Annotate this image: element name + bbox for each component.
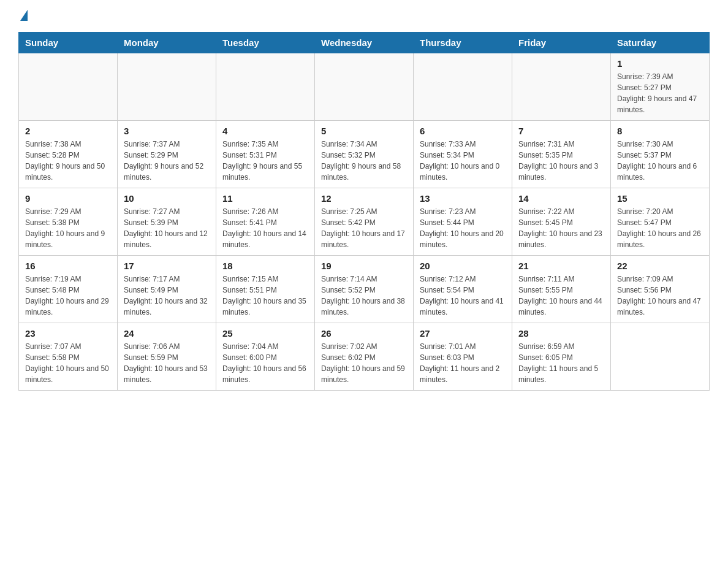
day-info: Sunrise: 7:37 AMSunset: 5:29 PMDaylight:…	[124, 139, 210, 183]
day-number: 14	[518, 193, 604, 204]
day-number: 21	[518, 261, 604, 271]
day-info: Sunrise: 7:14 AMSunset: 5:52 PMDaylight:…	[321, 274, 407, 318]
calendar-cell: 7Sunrise: 7:31 AMSunset: 5:35 PMDaylight…	[512, 121, 611, 188]
calendar-cell	[512, 53, 611, 121]
day-number: 23	[25, 328, 111, 339]
header-saturday: Saturday	[611, 33, 710, 53]
day-number: 2	[25, 126, 111, 136]
calendar-cell	[19, 53, 118, 121]
day-info: Sunrise: 7:25 AMSunset: 5:42 PMDaylight:…	[321, 206, 407, 250]
day-info: Sunrise: 7:07 AMSunset: 5:58 PMDaylight:…	[25, 341, 111, 385]
calendar-cell: 24Sunrise: 7:06 AMSunset: 5:59 PMDayligh…	[118, 323, 216, 391]
calendar-cell: 23Sunrise: 7:07 AMSunset: 5:58 PMDayligh…	[19, 323, 118, 391]
day-info: Sunrise: 7:19 AMSunset: 5:48 PMDaylight:…	[25, 274, 111, 318]
day-info: Sunrise: 7:34 AMSunset: 5:32 PMDaylight:…	[321, 139, 407, 183]
header-friday: Friday	[512, 33, 611, 53]
calendar-cell: 1Sunrise: 7:39 AMSunset: 5:27 PMDaylight…	[611, 53, 710, 121]
day-info: Sunrise: 6:59 AMSunset: 6:05 PMDaylight:…	[518, 341, 604, 385]
day-info: Sunrise: 7:15 AMSunset: 5:51 PMDaylight:…	[222, 274, 308, 318]
calendar-cell	[414, 53, 512, 121]
day-number: 11	[222, 193, 308, 204]
calendar-cell: 3Sunrise: 7:37 AMSunset: 5:29 PMDaylight…	[118, 121, 216, 188]
calendar-cell: 11Sunrise: 7:26 AMSunset: 5:41 PMDayligh…	[216, 188, 315, 256]
calendar-week-5: 23Sunrise: 7:07 AMSunset: 5:58 PMDayligh…	[19, 323, 710, 391]
header-wednesday: Wednesday	[315, 33, 414, 53]
calendar-cell: 22Sunrise: 7:09 AMSunset: 5:56 PMDayligh…	[611, 256, 710, 323]
day-number: 6	[420, 126, 506, 136]
day-number: 16	[25, 261, 111, 271]
day-info: Sunrise: 7:02 AMSunset: 6:02 PMDaylight:…	[321, 341, 407, 385]
calendar-cell: 9Sunrise: 7:29 AMSunset: 5:38 PMDaylight…	[19, 188, 118, 256]
calendar-cell: 27Sunrise: 7:01 AMSunset: 6:03 PMDayligh…	[414, 323, 512, 391]
header-tuesday: Tuesday	[216, 33, 315, 53]
day-number: 13	[420, 193, 506, 204]
calendar-cell: 25Sunrise: 7:04 AMSunset: 6:00 PMDayligh…	[216, 323, 315, 391]
day-number: 7	[518, 126, 604, 136]
day-number: 5	[321, 126, 407, 136]
day-info: Sunrise: 7:26 AMSunset: 5:41 PMDaylight:…	[222, 206, 308, 250]
day-info: Sunrise: 7:39 AMSunset: 5:27 PMDaylight:…	[617, 71, 703, 115]
day-number: 26	[321, 328, 407, 339]
calendar-cell: 20Sunrise: 7:12 AMSunset: 5:54 PMDayligh…	[414, 256, 512, 323]
calendar-cell: 18Sunrise: 7:15 AMSunset: 5:51 PMDayligh…	[216, 256, 315, 323]
calendar-cell: 14Sunrise: 7:22 AMSunset: 5:45 PMDayligh…	[512, 188, 611, 256]
day-number: 12	[321, 193, 407, 204]
day-info: Sunrise: 7:27 AMSunset: 5:39 PMDaylight:…	[124, 206, 210, 250]
day-number: 4	[222, 126, 308, 136]
day-number: 8	[617, 126, 703, 136]
day-number: 24	[124, 328, 210, 339]
day-number: 9	[25, 193, 111, 204]
calendar-cell: 10Sunrise: 7:27 AMSunset: 5:39 PMDayligh…	[118, 188, 216, 256]
day-number: 10	[124, 193, 210, 204]
day-info: Sunrise: 7:11 AMSunset: 5:55 PMDaylight:…	[518, 274, 604, 318]
day-info: Sunrise: 7:29 AMSunset: 5:38 PMDaylight:…	[25, 206, 111, 250]
header-sunday: Sunday	[19, 33, 118, 53]
day-number: 25	[222, 328, 308, 339]
day-number: 1	[617, 58, 703, 69]
calendar-cell: 15Sunrise: 7:20 AMSunset: 5:47 PMDayligh…	[611, 188, 710, 256]
day-info: Sunrise: 7:12 AMSunset: 5:54 PMDaylight:…	[420, 274, 506, 318]
day-info: Sunrise: 7:33 AMSunset: 5:34 PMDaylight:…	[420, 139, 506, 183]
calendar-cell	[216, 53, 315, 121]
calendar-cell: 12Sunrise: 7:25 AMSunset: 5:42 PMDayligh…	[315, 188, 414, 256]
page-header	[18, 12, 710, 21]
calendar-table: Sunday Monday Tuesday Wednesday Thursday…	[18, 32, 710, 391]
calendar-cell: 26Sunrise: 7:02 AMSunset: 6:02 PMDayligh…	[315, 323, 414, 391]
day-info: Sunrise: 7:06 AMSunset: 5:59 PMDaylight:…	[124, 341, 210, 385]
day-info: Sunrise: 7:17 AMSunset: 5:49 PMDaylight:…	[124, 274, 210, 318]
calendar-cell: 6Sunrise: 7:33 AMSunset: 5:34 PMDaylight…	[414, 121, 512, 188]
day-info: Sunrise: 7:01 AMSunset: 6:03 PMDaylight:…	[420, 341, 506, 385]
day-number: 22	[617, 261, 703, 271]
calendar-cell: 17Sunrise: 7:17 AMSunset: 5:49 PMDayligh…	[118, 256, 216, 323]
weekday-header-row: Sunday Monday Tuesday Wednesday Thursday…	[19, 33, 710, 53]
day-number: 19	[321, 261, 407, 271]
day-number: 20	[420, 261, 506, 271]
day-number: 3	[124, 126, 210, 136]
calendar-cell: 28Sunrise: 6:59 AMSunset: 6:05 PMDayligh…	[512, 323, 611, 391]
calendar-cell: 16Sunrise: 7:19 AMSunset: 5:48 PMDayligh…	[19, 256, 118, 323]
calendar-cell	[118, 53, 216, 121]
calendar-week-3: 9Sunrise: 7:29 AMSunset: 5:38 PMDaylight…	[19, 188, 710, 256]
logo	[18, 12, 28, 21]
calendar-cell	[611, 323, 710, 391]
calendar-cell	[315, 53, 414, 121]
day-info: Sunrise: 7:38 AMSunset: 5:28 PMDaylight:…	[25, 139, 111, 183]
calendar-cell: 2Sunrise: 7:38 AMSunset: 5:28 PMDaylight…	[19, 121, 118, 188]
day-info: Sunrise: 7:30 AMSunset: 5:37 PMDaylight:…	[617, 139, 703, 183]
header-thursday: Thursday	[414, 33, 512, 53]
calendar-week-1: 1Sunrise: 7:39 AMSunset: 5:27 PMDaylight…	[19, 53, 710, 121]
day-info: Sunrise: 7:20 AMSunset: 5:47 PMDaylight:…	[617, 206, 703, 250]
calendar-week-2: 2Sunrise: 7:38 AMSunset: 5:28 PMDaylight…	[19, 121, 710, 188]
day-info: Sunrise: 7:04 AMSunset: 6:00 PMDaylight:…	[222, 341, 308, 385]
day-number: 28	[518, 328, 604, 339]
calendar-cell: 13Sunrise: 7:23 AMSunset: 5:44 PMDayligh…	[414, 188, 512, 256]
day-number: 18	[222, 261, 308, 271]
calendar-cell: 19Sunrise: 7:14 AMSunset: 5:52 PMDayligh…	[315, 256, 414, 323]
day-info: Sunrise: 7:31 AMSunset: 5:35 PMDaylight:…	[518, 139, 604, 183]
calendar-cell: 21Sunrise: 7:11 AMSunset: 5:55 PMDayligh…	[512, 256, 611, 323]
calendar-cell: 8Sunrise: 7:30 AMSunset: 5:37 PMDaylight…	[611, 121, 710, 188]
day-number: 17	[124, 261, 210, 271]
day-info: Sunrise: 7:23 AMSunset: 5:44 PMDaylight:…	[420, 206, 506, 250]
day-info: Sunrise: 7:09 AMSunset: 5:56 PMDaylight:…	[617, 274, 703, 318]
logo-triangle-icon	[20, 10, 28, 21]
